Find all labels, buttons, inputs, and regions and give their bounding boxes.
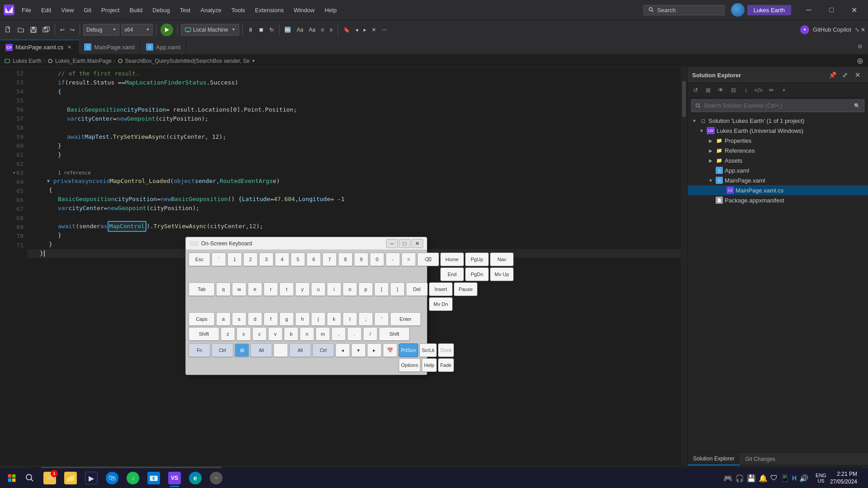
osk-i[interactable]: i [327,282,341,296]
bookmark-next[interactable]: ▸ [362,23,368,36]
breadcrumb-class[interactable]: Lukes Earth [5,58,42,64]
local-machine-btn[interactable]: Local Machine ▼ [181,24,239,36]
osk-w[interactable]: w [232,282,246,296]
osk-dock[interactable]: Dock [438,343,454,357]
window-controls[interactable]: ─ □ ✕ [798,3,864,17]
menu-project[interactable]: Project [97,5,124,15]
title-search[interactable]: Search [643,5,725,15]
start-button[interactable] [4,470,20,486]
osk-fade[interactable]: Fade [438,358,454,372]
osk-arrow-left[interactable]: ◂ [335,343,350,357]
save-all-btn[interactable] [41,23,52,36]
toolbar-btn3[interactable]: ↻ [268,23,276,36]
osk-help[interactable]: Help [422,358,437,372]
bookmark-btn[interactable]: 🔖 [341,23,352,36]
osk-a[interactable]: a [216,312,231,326]
se-mainpagecs-node[interactable]: C# MainPage.xaml.cs [688,185,868,195]
tab-mainpage-xaml[interactable]: ⟨⟩ MainPage.xaml [79,40,141,54]
menu-analyze[interactable]: Analyze [196,5,226,15]
osk-y[interactable]: y [295,282,310,296]
osk-home[interactable]: Home [440,253,464,266]
osk-b[interactable]: b [284,327,298,341]
osk-win[interactable]: ⊞ [235,343,249,357]
tray-volume-icon[interactable]: 🔊 [799,474,808,483]
osk-shift-left[interactable]: Shift [189,327,219,341]
osk-space[interactable] [274,343,288,357]
se-properties-btn[interactable]: ⊞ [702,84,714,96]
se-properties-node[interactable]: ▶ 📁 Properties [688,136,868,145]
toolbar-btn1[interactable]: ⏸ [246,23,255,36]
undo-btn[interactable]: ↩ [58,23,66,36]
tray-notif-icon[interactable]: 🔔 [759,474,768,483]
se-collapse-btn[interactable]: ↕ [740,84,752,96]
menu-extensions[interactable]: Extensions [250,5,288,15]
osk-0[interactable]: 0 [370,253,384,266]
osk-f[interactable]: f [264,312,278,326]
osk-backtick[interactable]: ` [212,253,226,266]
osk-lbracket[interactable]: [ [374,282,389,296]
osk-mvup[interactable]: Mv Up [490,267,514,281]
se-sync-btn[interactable]: ↺ [689,84,701,96]
copilot-actions[interactable]: ⤡ ✕ [855,27,865,33]
osk-8[interactable]: 8 [338,253,353,266]
osk-slash[interactable]: / [363,327,377,341]
breadcrumb-expand[interactable]: ⊕ [857,56,863,66]
se-solution-node[interactable]: ▼ ◻ Solution 'Lukes Earth' (1 of 1 proje… [688,116,868,126]
tray-nvidia-icon[interactable]: 🎮 [723,474,732,483]
osk-l[interactable]: l [343,312,357,326]
osk-2[interactable]: 2 [243,253,258,266]
tray-drive-icon[interactable]: 💾 [747,474,756,483]
osk-1[interactable]: 1 [227,253,242,266]
close-tab-btn[interactable]: ✕ [66,44,73,51]
osk-7[interactable]: 7 [322,253,337,266]
save-btn[interactable] [28,23,39,36]
taskbar-unknown-app[interactable]: ~ [206,468,226,488]
menu-build[interactable]: Build [125,5,147,15]
osk-s[interactable]: s [232,312,246,326]
osk-5[interactable]: 5 [291,253,305,266]
osk-options[interactable]: Options [399,358,420,372]
taskbar-lang[interactable]: ENG US [816,473,826,483]
osk-arrow-down[interactable]: ▾ [351,343,366,357]
osk-o[interactable]: o [343,282,357,296]
osk-minimize-btn[interactable]: ─ [386,239,398,248]
toolbar-btn2[interactable]: ⏹ [257,23,266,36]
osk-scrlk[interactable]: ScrLk [420,343,437,357]
osk-v[interactable]: v [268,327,283,341]
osk-3[interactable]: 3 [259,253,274,266]
copilot-label[interactable]: GitHub Copilot [813,26,851,33]
menu-debug[interactable]: Debug [148,5,174,15]
osk-6[interactable]: 6 [307,253,321,266]
taskbar-search-btn[interactable] [22,470,38,486]
se-project-node[interactable]: ▼ LW Lukes Earth (Universal Windows) [688,126,868,136]
osk-caps[interactable]: Caps [189,312,215,326]
new-file-btn[interactable] [3,23,14,36]
breadcrumb-dropdown[interactable]: ▼ [251,59,255,63]
osk-t[interactable]: t [279,282,294,296]
osk-pause[interactable]: Pause [454,282,477,296]
menu-test[interactable]: Test [175,5,195,15]
osk-e[interactable]: e [248,282,262,296]
se-references-node[interactable]: ▶ 📁 References [688,145,868,155]
toolbar-btn4[interactable]: 🔤 [283,23,293,36]
taskbar-terminal-app[interactable]: ▶ [81,468,101,488]
maximize-button[interactable]: □ [821,3,842,17]
vertical-scrollbar[interactable] [681,67,687,465]
tray-h-icon[interactable]: H [792,474,797,482]
tray-audio-icon[interactable]: 🎧 [735,474,744,483]
osk-p[interactable]: p [359,282,373,296]
osk-ctrl-right[interactable]: Ctrl [312,343,334,357]
osk-q[interactable]: q [216,282,231,296]
osk-c[interactable]: c [252,327,267,341]
se-search-input[interactable] [704,103,851,109]
se-filter-btn[interactable]: ⊟ [727,84,739,96]
osk-m[interactable]: m [316,327,330,341]
breadcrumb-event[interactable]: SearchBox_QuerySubmitted(SearchBox sende… [117,58,255,64]
bookmark-prev[interactable]: ◂ [354,23,360,36]
osk-alt-right[interactable]: Alt [289,343,311,357]
osk-u[interactable]: u [311,282,326,296]
start-debug-btn[interactable] [160,23,173,36]
copilot-icon[interactable]: ✦ [800,25,809,34]
toolbar-btn7[interactable]: ≡ [319,23,326,36]
tab-app-xaml[interactable]: ⟨⟩ App.xaml [141,40,186,54]
